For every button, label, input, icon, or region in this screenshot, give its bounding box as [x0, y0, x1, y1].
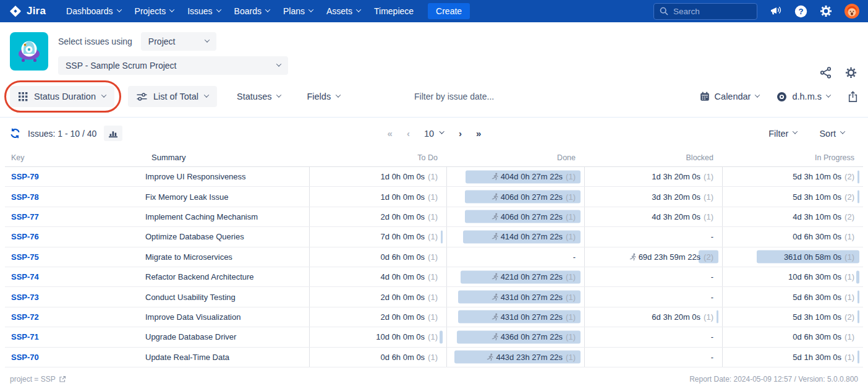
table-row: SSP-71Upgrade Database Driver10d 0h 0m 0… [5, 327, 863, 347]
timepiece-app-icon [14, 36, 44, 66]
report-header: Select issues using Project SSP - Sample… [0, 22, 868, 77]
issue-key-link[interactable]: SSP-72 [11, 312, 39, 322]
issue-key-link[interactable]: SSP-74 [11, 272, 39, 281]
transition-count: (2) [704, 252, 713, 262]
next-page-button[interactable]: › [459, 128, 461, 139]
issue-key-cell: SSP-72 [5, 307, 145, 327]
duration-bar [857, 170, 859, 183]
view-mode-dropdown[interactable]: List of Total [128, 86, 217, 107]
export-icon[interactable] [848, 91, 858, 103]
transition-count: (1) [845, 353, 854, 362]
duration-value: 3d 3h 20m 0s [652, 192, 700, 202]
issue-key-link[interactable]: SSP-73 [11, 293, 39, 302]
help-icon[interactable]: ? [794, 5, 807, 18]
table-row: SSP-70Update Real-Time Data0d 6h 0m 0s(1… [5, 348, 863, 367]
issue-summary: Migrate to Microservices [145, 247, 309, 267]
duration-value: 414d 0h 27m 22s [501, 232, 563, 241]
transition-count: (1) [566, 212, 576, 221]
duration-bar [857, 351, 859, 364]
issue-key-link[interactable]: SSP-79 [11, 172, 39, 181]
issue-summary: Refactor Backend Architecture [145, 267, 309, 286]
table-row: SSP-79Improve UI Responsiveness1d 0h 0m … [5, 167, 863, 187]
runner-icon [491, 173, 499, 181]
duration-cell-inprogress: 0d 6h 30m 0s(1) [722, 227, 863, 246]
chart-view-button[interactable] [104, 126, 122, 141]
chevron-down-icon [101, 92, 106, 97]
calendar-dropdown[interactable]: Calendar [700, 92, 760, 101]
issue-source-mode-dropdown[interactable]: Project [141, 32, 216, 51]
duration-value: 5d 1h 30m 0s [793, 353, 841, 362]
nav-item-projects[interactable]: Projects [128, 0, 181, 22]
transition-count: (1) [566, 293, 576, 302]
last-page-button[interactable]: » [476, 128, 480, 139]
column-header-key: Key [5, 153, 145, 162]
chevron-down-icon [205, 37, 210, 42]
transition-count: (1) [566, 232, 576, 241]
issue-summary: Implement Caching Mechanism [145, 207, 309, 226]
duration-value: 4d 3h 20m 0s [652, 212, 700, 221]
issue-key-cell: SSP-78 [5, 187, 145, 206]
duration-cell-done: 443d 23h 27m 22s(1) [446, 348, 584, 367]
table-row: SSP-75Migrate to Microservices0d 6h 0m 0… [5, 247, 863, 267]
search-input[interactable]: Search [653, 3, 757, 20]
runner-icon [491, 313, 499, 321]
refresh-icon[interactable] [10, 128, 20, 139]
duration-value: 421d 0h 27m 22s [501, 272, 563, 281]
duration-value: 361d 0h 58m 0s [784, 252, 841, 262]
column-header-todo: To Do [309, 153, 446, 162]
top-navigation-bar: Jira Dashboards Projects Issues Boards P… [0, 0, 868, 22]
runner-icon [491, 293, 499, 301]
page-size-dropdown[interactable]: 10 [424, 129, 444, 139]
duration-value: 0d 6h 0m 0s [381, 353, 425, 362]
nav-item-dashboards[interactable]: Dashboards [59, 0, 128, 22]
report-type-dropdown[interactable]: Status Duration [10, 86, 114, 107]
prev-page-button[interactable]: ‹ [407, 128, 409, 139]
create-button[interactable]: Create [428, 3, 470, 19]
duration-cell-done: 414d 0h 27m 22s(1) [446, 227, 584, 246]
transition-count: (1) [845, 232, 854, 241]
nav-item-timepiece[interactable]: Timepiece [367, 0, 420, 22]
jira-logo-icon [9, 4, 22, 18]
runner-icon [491, 213, 499, 221]
issue-key-cell: SSP-73 [5, 287, 145, 306]
statuses-dropdown[interactable]: Statuses [231, 86, 287, 107]
nav-item-boards[interactable]: Boards [228, 0, 276, 22]
report-footer: project = SSP Report Date: 2024-05-09 12… [0, 367, 868, 384]
issue-key-link[interactable]: SSP-70 [11, 353, 39, 362]
table-row: SSP-77Implement Caching Mechanism2d 0h 0… [5, 207, 863, 227]
issue-date-filter-input[interactable]: Filter by issue date... [414, 92, 494, 101]
nav-item-issues[interactable]: Issues [181, 0, 227, 22]
duration-value: 7d 0h 0m 0s [381, 232, 425, 241]
user-avatar[interactable] [845, 4, 859, 19]
nav-item-plans[interactable]: Plans [276, 0, 320, 22]
announcements-icon[interactable] [770, 6, 782, 17]
chevron-down-icon [308, 7, 313, 12]
issue-key-link[interactable]: SSP-75 [11, 252, 39, 262]
time-format-dropdown[interactable]: d.h.m.s [777, 92, 830, 102]
issue-summary: Improve UI Responsiveness [145, 167, 309, 186]
duration-value: 0d 6h 30m 0s [793, 332, 841, 341]
duration-value: 4d 0h 0m 0s [381, 272, 425, 281]
settings-gear-icon[interactable] [820, 5, 832, 17]
issue-key-link[interactable]: SSP-71 [11, 332, 39, 341]
sliders-icon [137, 92, 147, 101]
duration-cell-blocked: 1d 3h 20m 0s(1) [584, 167, 722, 186]
sort-dropdown[interactable]: Sort [819, 129, 845, 139]
jql-link[interactable]: project = SSP [10, 375, 66, 384]
issue-key-link[interactable]: SSP-78 [11, 192, 39, 202]
jira-logo[interactable]: Jira [9, 4, 46, 18]
first-page-button[interactable]: « [388, 128, 392, 139]
duration-cell-blocked: 6d 3h 20m 0s(1) [584, 307, 722, 327]
duration-cell-done: 436d 0h 27m 22s(1) [446, 327, 584, 346]
nav-item-assets[interactable]: Assets [320, 0, 367, 22]
project-select-dropdown[interactable]: SSP - Sample Scrum Project [58, 56, 288, 75]
duration-value: 2d 0h 0m 0s [381, 212, 425, 221]
filter-dropdown[interactable]: Filter [768, 129, 797, 139]
duration-value: 2d 0h 0m 0s [381, 293, 425, 302]
chevron-down-icon [336, 92, 341, 97]
fields-dropdown[interactable]: Fields [300, 86, 346, 107]
issue-key-link[interactable]: SSP-76 [11, 232, 39, 241]
jira-logo-text: Jira [27, 5, 46, 17]
issue-key-link[interactable]: SSP-77 [11, 212, 39, 221]
runner-icon [629, 253, 637, 261]
